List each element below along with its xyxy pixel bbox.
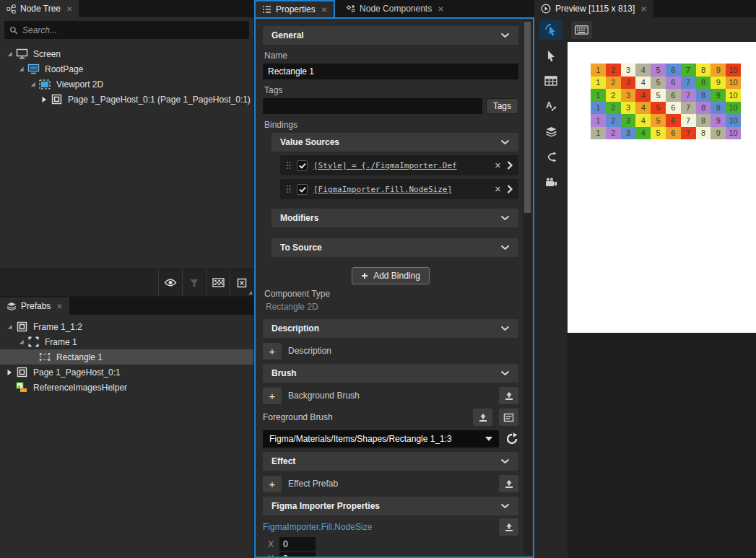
drag-handle-icon[interactable]: [286, 185, 291, 193]
close-icon[interactable]: ✕: [56, 302, 62, 310]
layers-icon: [545, 126, 557, 137]
prefabs-icon: [6, 302, 17, 310]
filter-icon: [189, 278, 199, 288]
text-node-icon: A: [545, 100, 557, 112]
tab-properties[interactable]: Properties ✕: [254, 0, 335, 17]
expander-expanded-icon[interactable]: [16, 339, 26, 345]
remove-binding-icon[interactable]: ✕: [495, 185, 501, 194]
add-background-brush-button[interactable]: +: [263, 388, 282, 404]
grid-cell: 7: [681, 114, 696, 127]
tree-row-rectangle-1[interactable]: Rectangle 1: [0, 349, 253, 365]
expander-expanded-icon[interactable]: [4, 323, 14, 330]
select-tool-button[interactable]: [540, 48, 562, 64]
figma-nodesize-link[interactable]: FigmaImporter.Fill.NodeSize: [263, 522, 372, 532]
tags-field[interactable]: [263, 98, 482, 114]
open-editor-button[interactable]: [499, 409, 518, 426]
binding-enabled-checkbox[interactable]: [297, 160, 308, 171]
chevron-down-icon: [500, 32, 510, 38]
revert-icon[interactable]: [505, 432, 518, 445]
nodesize-x-field[interactable]: [279, 537, 316, 551]
properties-panel: Properties ✕ Node Components ✕ General N…: [254, 0, 534, 558]
push-to-node-button[interactable]: [499, 475, 518, 492]
tree-row-screen[interactable]: Screen: [0, 46, 253, 61]
connections-tool-button[interactable]: [540, 149, 562, 165]
tree-row-frame-1-2[interactable]: Frame 1_1:2: [0, 319, 253, 334]
grid-cell: 7: [681, 77, 696, 90]
grid-cell: 1: [591, 114, 606, 127]
tree-row-frame-1[interactable]: Frame 1: [0, 334, 253, 349]
expander-collapsed-icon[interactable]: [39, 96, 49, 103]
node-tree-search[interactable]: [4, 21, 249, 39]
foreground-brush-dropdown[interactable]: Figma/Materials/Items/Shapes/Rectangle 1…: [263, 430, 499, 448]
push-to-node-button[interactable]: [499, 387, 518, 404]
tree-row-reference-images-helper[interactable]: ReferenceImagesHelper: [0, 380, 253, 395]
properties-scrollbar[interactable]: [523, 20, 531, 555]
chevron-right-icon[interactable]: [507, 161, 513, 170]
close-icon[interactable]: ✕: [321, 6, 327, 14]
name-field[interactable]: [263, 64, 518, 79]
add-description-button[interactable]: +: [263, 343, 282, 359]
tab-node-components[interactable]: Node Components ✕: [339, 0, 450, 17]
expander-expanded-icon[interactable]: [4, 51, 14, 57]
tree-row-page-host[interactable]: Page 1_PageHost_0:1 (Page 1_PageHost_0:1…: [0, 92, 253, 107]
grid-cell: 7: [681, 102, 696, 115]
camera-tool-button[interactable]: [540, 174, 562, 190]
section-effect[interactable]: Effect: [263, 452, 518, 471]
drag-handle-icon[interactable]: [286, 161, 291, 170]
isolate-icon: [237, 278, 247, 288]
remove-binding-icon[interactable]: ✕: [495, 161, 501, 170]
tags-label: Tags: [264, 85, 517, 95]
grid-cell: 8: [696, 102, 711, 115]
close-icon[interactable]: ✕: [438, 5, 443, 13]
prefabs-tabbar: Prefabs ✕: [0, 297, 253, 315]
binding-enabled-checkbox[interactable]: [297, 184, 308, 195]
checkerboard-button[interactable]: [206, 269, 230, 296]
binding-expression-link[interactable]: [Style] = {./FigmaImporter.Def: [313, 161, 489, 170]
section-figma-importer[interactable]: Figma Importer Properties: [263, 497, 518, 515]
effect-prefab-label: Effect Prefab: [288, 479, 338, 489]
tab-prefabs[interactable]: Prefabs ✕: [0, 297, 69, 315]
text-tool-button[interactable]: A: [540, 98, 562, 114]
section-description[interactable]: Description: [263, 319, 518, 338]
tab-node-tree[interactable]: Node Tree ✕: [0, 0, 79, 17]
expander-expanded-icon[interactable]: [27, 81, 38, 87]
chevron-down-icon: [500, 326, 510, 331]
tab-preview[interactable]: Preview [1115 x 813] ✕: [534, 0, 653, 17]
reference-images-icon: [14, 382, 29, 393]
nodesize-y-field[interactable]: [279, 552, 316, 558]
expander-collapsed-icon[interactable]: [4, 369, 14, 376]
add-binding-button[interactable]: Add Binding: [352, 267, 430, 284]
section-to-source[interactable]: To Source: [271, 238, 518, 257]
tree-row-rootpage[interactable]: RootPage: [0, 61, 253, 77]
close-icon[interactable]: ✕: [66, 5, 72, 13]
push-to-node-button[interactable]: [473, 409, 492, 426]
search-input[interactable]: [22, 25, 244, 35]
push-to-node-button[interactable]: [499, 518, 518, 536]
scrollbar-thumb[interactable]: [524, 22, 531, 213]
grid-cell: 6: [666, 102, 681, 115]
y-axis-label: Y: [267, 554, 274, 558]
grid-cell: 1: [591, 127, 606, 140]
virtual-keyboard-button[interactable]: [571, 21, 592, 39]
filter-button[interactable]: [182, 269, 206, 296]
tree-row-viewport-2d[interactable]: Viewport 2D: [0, 77, 253, 92]
interact-mode-button[interactable]: [539, 19, 562, 40]
chevron-right-icon[interactable]: [507, 185, 513, 193]
section-brush[interactable]: Brush: [263, 364, 518, 383]
preview-canvas[interactable]: 1234567891012345678910123456789101234567…: [568, 42, 756, 333]
tree-row-page-host-prefab[interactable]: Page 1_PageHost_0:1: [0, 365, 253, 380]
add-effect-prefab-button[interactable]: +: [263, 476, 282, 492]
section-value-sources[interactable]: Value Sources: [271, 133, 518, 152]
close-icon[interactable]: ✕: [640, 5, 646, 13]
grid-tool-button[interactable]: [540, 73, 562, 89]
section-modifiers[interactable]: Modifiers: [271, 209, 518, 227]
show-hidden-button[interactable]: [158, 269, 182, 296]
preview-toolbar: [534, 17, 756, 42]
binding-expression-link[interactable]: [FigmaImporter.Fill.NodeSize]: [313, 185, 489, 194]
expander-expanded-icon[interactable]: [16, 66, 26, 72]
isolate-button[interactable]: [230, 269, 253, 296]
tags-button[interactable]: Tags: [486, 98, 518, 114]
tab-label: Node Components: [360, 4, 432, 14]
section-general[interactable]: General: [263, 26, 518, 45]
layers-tool-button[interactable]: [540, 123, 562, 139]
